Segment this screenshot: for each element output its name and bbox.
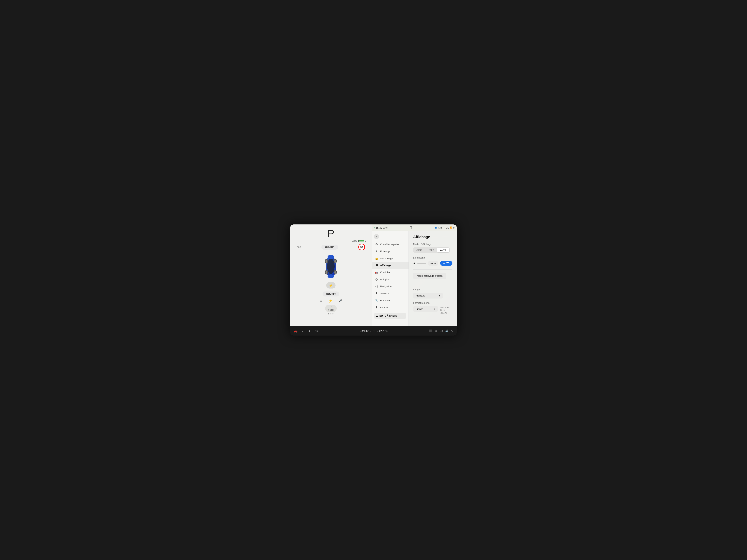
close-button[interactable]: ×	[374, 234, 379, 239]
target-icon[interactable]: ⊕	[319, 299, 323, 303]
brightness-section: Luminosité ☀ 100% AUTO	[413, 256, 453, 266]
menu-icon-entretien: 🔧	[375, 299, 378, 302]
wiper-button[interactable]: ⌒ AUTO	[325, 304, 337, 312]
user-name: Lola	[438, 227, 442, 229]
svg-point-14	[328, 255, 334, 259]
svg-point-21	[334, 260, 336, 263]
menu-icon-conduite: 🚗	[375, 271, 378, 274]
wiper-icon: ⌒	[330, 306, 332, 309]
menu-item-entretien[interactable]: 🔧 Entretien	[372, 297, 409, 304]
seat-icon[interactable]: ⬛	[428, 329, 433, 333]
car-icon[interactable]: 🚗	[293, 328, 298, 334]
divider-2	[413, 285, 453, 285]
open-button-top[interactable]: OUVRIR	[321, 245, 338, 250]
chevron-down-icon: ▾	[439, 294, 440, 297]
mode-jour[interactable]: JOUR	[413, 248, 426, 252]
signal-bars: 📶	[449, 226, 453, 229]
battery-percent: 92%	[352, 239, 357, 242]
battery-bar	[358, 240, 365, 242]
svg-point-13	[327, 259, 335, 274]
chevron-down-icon-2: ▾	[434, 308, 435, 310]
car-name: Aïko	[297, 246, 301, 248]
content-panel: Affichage Mode d'affichage JOUR NUIT AUT…	[409, 231, 457, 326]
temp-right-dec[interactable]: ◁	[377, 330, 378, 332]
menu-label-autopilot: Autopilot	[380, 278, 390, 281]
temp-right-inc[interactable]: ▷	[386, 330, 388, 332]
language-dropdown[interactable]: Français ▾	[413, 293, 443, 298]
menu-label-verrouillage: Verrouillage	[380, 257, 393, 260]
menu-item-logiciel[interactable]: ⬇ Logiciel	[372, 304, 409, 311]
regional-date: lundi 1 avril 2019	[440, 306, 453, 312]
menu-label-entretien: Entretien	[380, 299, 390, 302]
menu-item-navigation[interactable]: ◁ Navigation	[372, 283, 409, 290]
media-icon[interactable]: ▲	[307, 328, 312, 334]
next-track-icon[interactable]: ▷	[450, 328, 454, 334]
menu-item-controles-rapides[interactable]: ⚙ Contrôles rapides	[372, 241, 409, 248]
clean-screen-button[interactable]: Mode nettoyage d'écran	[413, 273, 446, 279]
taskbar: 🚗 ♪ ▲ ☏ ◁ 22.0 ° ▷ ✦ ◁ 22.0 ° ▷ ⬛ ▦	[290, 326, 457, 336]
language-value: Français	[416, 294, 425, 297]
taskbar-center: ◁ 22.0 ° ▷ ✦ ◁ 22.0 ° ▷	[360, 329, 388, 333]
menu-item-verrouillage[interactable]: 🔒 Verrouillage	[372, 255, 409, 262]
mode-nuit[interactable]: NUIT	[426, 248, 437, 252]
prev-track-icon[interactable]: ◁	[440, 328, 443, 334]
phone-icon[interactable]: ☏	[315, 328, 320, 334]
music-icon[interactable]: ♪	[301, 328, 304, 334]
svg-point-15	[328, 274, 334, 278]
content-title: Affichage	[413, 235, 453, 239]
menu-label-securite: Sécurité	[380, 292, 389, 295]
rear-heat-icon[interactable]: ▦	[434, 329, 438, 333]
wiper-label: AUTO	[328, 309, 334, 311]
menu-icon-controles-rapides: ⚙	[375, 243, 378, 246]
menu-label-controles-rapides: Contrôles rapides	[380, 243, 399, 246]
menu-icon-eclairage: ☀	[375, 250, 378, 253]
menu-icon-verrouillage: 🔒	[375, 257, 378, 260]
auto-brightness-button[interactable]: AUTO	[440, 261, 453, 266]
dot-3	[332, 313, 334, 315]
menu-items-container: ⚙ Contrôles rapides☀ Éclairage🔒 Verrouil…	[372, 241, 409, 311]
regional-time: ↓234,56	[440, 312, 453, 315]
menu-item-securite[interactable]: ℹ Sécurité	[372, 290, 409, 297]
menu-item-affichage[interactable]: 🖥 Affichage	[372, 262, 409, 269]
menu-item-autopilot[interactable]: ◎ Autopilot	[372, 276, 409, 283]
temp-left-control: ◁ 22.0 ° ▷	[360, 329, 371, 332]
energy-icon[interactable]: ⚡	[328, 299, 332, 303]
regional-dropdown[interactable]: France ▾	[413, 306, 438, 312]
sun-icon: ☀	[413, 262, 416, 265]
fan-icon[interactable]: ✦	[373, 329, 375, 333]
glovebox-label: BOÎTE À GANTS	[380, 315, 397, 317]
bolt-icon: ⚡	[329, 283, 333, 287]
user-icon: 👤	[435, 227, 437, 229]
glovebox-icon: ▬	[376, 315, 378, 317]
temp-right-control: ◁ 22.0 ° ▷	[377, 329, 388, 332]
temp-right-value: 22.0	[379, 329, 384, 332]
tesla-screen: ● 15:46 21°C T 👤 Lola ○ LTE 📶 ⊛ P 92% Aï…	[290, 224, 457, 336]
regional-row: France ▾ lundi 1 avril 2019 ↓234,56	[413, 306, 453, 315]
battery-fill	[359, 240, 364, 241]
menu-icon-securite: ℹ	[375, 292, 378, 295]
temp-left-value: 22.0	[362, 329, 367, 332]
charge-row: ⚡	[301, 282, 361, 290]
mute-icon[interactable]: 🔊	[444, 329, 449, 333]
settings-overlay: × ⚙ Contrôles rapides☀ Éclairage🔒 Verrou…	[372, 231, 457, 326]
menu-item-eclairage[interactable]: ☀ Éclairage	[372, 248, 409, 255]
menu-label-eclairage: Éclairage	[380, 250, 390, 253]
mic-icon[interactable]: 🎤	[338, 299, 342, 303]
status-time: 15:46	[376, 226, 382, 229]
circle-icon: ○	[443, 227, 445, 229]
open-button-bottom[interactable]: OUVRIR	[323, 292, 339, 296]
brightness-slider[interactable]	[417, 263, 426, 264]
dot-1	[328, 313, 329, 315]
menu-label-conduite: Conduite	[380, 271, 390, 274]
mode-auto[interactable]: AUTO	[437, 248, 449, 252]
menu-icon-autopilot: ◎	[375, 277, 378, 281]
language-label: Langue	[413, 288, 453, 291]
glovebox-button[interactable]: ▬ BOÎTE À GANTS	[374, 313, 406, 319]
bluetooth-icon: ⊛	[453, 227, 455, 229]
temp-left-inc[interactable]: ▷	[370, 330, 371, 332]
display-mode-label: Mode d'affichage	[413, 243, 453, 245]
divider-1	[413, 269, 453, 270]
user-info: 👤 Lola ○ LTE 📶 ⊛	[435, 226, 455, 229]
temp-left-dec[interactable]: ◁	[360, 330, 361, 332]
menu-item-conduite[interactable]: 🚗 Conduite	[372, 269, 409, 276]
